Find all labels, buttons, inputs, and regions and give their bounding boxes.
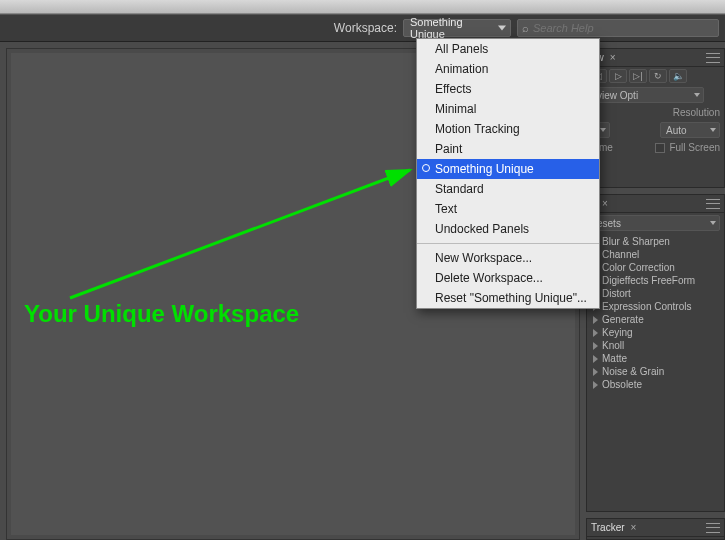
effects-category-label: Knoll xyxy=(602,340,624,351)
workspace-menu-item[interactable]: Effects xyxy=(417,79,599,99)
audio-icon[interactable]: 🔈 xyxy=(669,69,687,83)
disclosure-triangle-icon xyxy=(593,381,598,389)
search-icon: ⌕ xyxy=(522,22,529,34)
play-icon[interactable]: ▷ xyxy=(609,69,627,83)
seek-next-icon[interactable]: ▷| xyxy=(629,69,647,83)
effects-category-item[interactable]: Channel xyxy=(589,248,722,261)
panel-menu-icon[interactable] xyxy=(708,91,720,100)
effects-category-label: Color Correction xyxy=(602,262,675,273)
effects-category-label: Distort xyxy=(602,288,631,299)
resolution-label: Resolution xyxy=(673,107,720,118)
annotation-label: Your Unique Workspace xyxy=(24,300,299,328)
workspace-menu-item[interactable]: Animation xyxy=(417,59,599,79)
effects-category-label: Obsolete xyxy=(602,379,642,390)
loop-icon[interactable]: ↻ xyxy=(649,69,667,83)
effects-category-item[interactable]: Expression Controls xyxy=(589,300,722,313)
close-icon[interactable]: × xyxy=(610,52,616,63)
disclosure-triangle-icon xyxy=(593,355,598,363)
workspace-menu-item[interactable]: All Panels xyxy=(417,39,599,59)
effects-category-item[interactable]: Matte xyxy=(589,352,722,365)
effects-category-item[interactable]: Digieffects FreeForm xyxy=(589,274,722,287)
effects-category-label: Matte xyxy=(602,353,627,364)
disclosure-triangle-icon xyxy=(593,329,598,337)
workspace-menu-item[interactable]: Paint xyxy=(417,139,599,159)
application-toolbar: Workspace: Something Unique ⌕ xyxy=(0,14,725,42)
effects-category-label: Noise & Grain xyxy=(602,366,664,377)
panel-menu-icon[interactable] xyxy=(706,53,720,63)
preview-options-dropdown[interactable]: view Opti xyxy=(591,87,704,103)
effects-category-label: Digieffects FreeForm xyxy=(602,275,695,286)
presets-dropdown[interactable]: esets xyxy=(591,215,720,231)
search-input[interactable] xyxy=(533,22,714,34)
effects-category-item[interactable]: Knoll xyxy=(589,339,722,352)
workspace-menu-item[interactable]: Text xyxy=(417,199,599,219)
workspace-dropdown[interactable]: Something Unique xyxy=(403,19,511,37)
effects-panel: s × esets Blur & SharpenChannelColor Cor… xyxy=(586,194,725,512)
workspace-menu-action[interactable]: New Workspace... xyxy=(417,248,599,268)
effects-category-label: Expression Controls xyxy=(602,301,691,312)
workspace-menu-item[interactable]: Something Unique xyxy=(417,159,599,179)
preview-panel: ew × ◁ ▷ ▷| ↻ 🔈 view Opti p Resolution xyxy=(586,48,725,188)
effects-category-label: Keying xyxy=(602,327,633,338)
window-titlebar xyxy=(0,0,725,14)
effects-category-item[interactable]: Keying xyxy=(589,326,722,339)
effects-category-item[interactable]: Color Correction xyxy=(589,261,722,274)
effects-category-item[interactable]: Obsolete xyxy=(589,378,722,391)
workspace-menu-item[interactable]: Standard xyxy=(417,179,599,199)
resolution-dropdown[interactable]: Auto xyxy=(660,122,720,138)
tracker-tab[interactable]: Tracker xyxy=(591,522,625,533)
close-icon[interactable]: × xyxy=(631,522,637,533)
menu-separator xyxy=(417,243,599,244)
disclosure-triangle-icon xyxy=(593,316,598,324)
workspace-menu-item[interactable]: Undocked Panels xyxy=(417,219,599,239)
disclosure-triangle-icon xyxy=(593,342,598,350)
workspace-menu-item[interactable]: Motion Tracking xyxy=(417,119,599,139)
disclosure-triangle-icon xyxy=(593,368,598,376)
fullscreen-checkbox[interactable] xyxy=(655,143,665,153)
workspace-dropdown-value: Something Unique xyxy=(410,16,494,40)
panel-menu-icon[interactable] xyxy=(706,199,720,209)
effects-category-item[interactable]: Distort xyxy=(589,287,722,300)
effects-category-item[interactable]: Blur & Sharpen xyxy=(589,235,722,248)
workspace-menu-action[interactable]: Delete Workspace... xyxy=(417,268,599,288)
panel-menu-icon[interactable] xyxy=(706,523,720,533)
workspace-menu-item[interactable]: Minimal xyxy=(417,99,599,119)
close-icon[interactable]: × xyxy=(602,198,608,209)
effects-category-item[interactable]: Generate xyxy=(589,313,722,326)
effects-category-label: Generate xyxy=(602,314,644,325)
workspace-label: Workspace: xyxy=(334,21,397,35)
workspace-menu-action[interactable]: Reset "Something Unique"... xyxy=(417,288,599,308)
effects-category-item[interactable]: Noise & Grain xyxy=(589,365,722,378)
effects-category-label: Blur & Sharpen xyxy=(602,236,670,247)
effects-category-label: Channel xyxy=(602,249,639,260)
search-help-field[interactable]: ⌕ xyxy=(517,19,719,37)
fullscreen-label: Full Screen xyxy=(669,142,720,153)
workspace-dropdown-menu: All PanelsAnimationEffectsMinimalMotion … xyxy=(416,38,600,309)
tracker-panel: Tracker × xyxy=(586,518,725,540)
chevron-down-icon xyxy=(498,26,506,31)
